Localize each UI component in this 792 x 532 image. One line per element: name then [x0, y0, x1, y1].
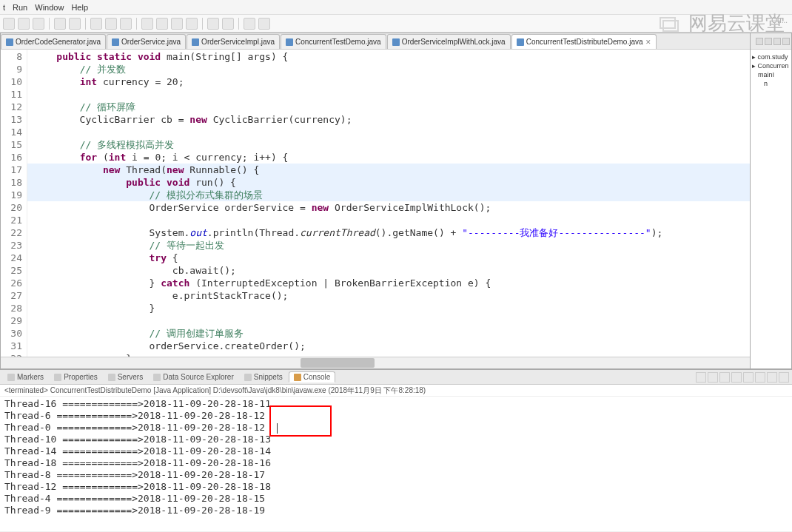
outline-item[interactable]: ▸ com.study [752, 53, 790, 61]
tool-button[interactable] [171, 18, 183, 30]
tab-icon [7, 374, 15, 381]
console-info: <terminated> ConcurrentTestDistributeDem… [0, 385, 792, 397]
outline-item[interactable]: n [752, 79, 790, 88]
debug-button[interactable] [54, 18, 66, 30]
main-area: OrderCodeGenerator.javaOrderService.java… [0, 33, 792, 369]
save-all-button[interactable] [33, 18, 44, 30]
console-toolbar-button[interactable] [743, 372, 754, 383]
tab-label: OrderServiceImpl.java [201, 38, 275, 46]
console-output[interactable]: Thread-16 =============>2018-11-09-20-28… [0, 397, 792, 531]
tool-button[interactable] [186, 18, 198, 30]
bottom-tab-servers[interactable]: Servers [104, 372, 147, 382]
console-toolbar-button[interactable] [755, 372, 765, 383]
forward-button[interactable] [258, 18, 270, 30]
outline-tree[interactable]: ▸ com.study▸ ConcurrenmainIn [751, 50, 791, 91]
console-toolbar-button[interactable] [767, 372, 777, 383]
editor-tabs: OrderCodeGenerator.javaOrderService.java… [1, 33, 750, 50]
outline-btn[interactable] [773, 38, 781, 45]
run-button[interactable] [69, 18, 81, 30]
console-line: Thread-14 =============>2018-11-09-20-28… [4, 445, 788, 457]
main-toolbar [0, 15, 792, 33]
console-line: Thread-4 =============>2018-11-09-20-28-… [4, 493, 788, 505]
editor-tab[interactable]: OrderCodeGenerator.java [1, 34, 106, 49]
menu-t[interactable]: t [3, 3, 5, 12]
bottom-tab-markers[interactable]: Markers [3, 372, 48, 382]
console-line: Thread-9 =============>2018-11-09-20-28-… [4, 505, 788, 516]
tab-label: ConcurrentTestDemo.java [295, 38, 381, 46]
editor-tab[interactable]: ConcurrentTestDistributeDemo.java✕ [511, 34, 657, 49]
new-button[interactable] [3, 18, 15, 30]
console-line: Thread-8 =============>2018-11-09-20-28-… [4, 469, 788, 481]
outline-toolbar [751, 33, 791, 50]
horizontal-scrollbar[interactable] [1, 357, 750, 368]
outline-item[interactable]: mainI [752, 70, 790, 79]
tab-label: Markers [17, 373, 44, 381]
console-line: Thread-16 =============>2018-11-09-20-28… [4, 398, 788, 410]
line-gutter: 8910111213141516171819202122232425262728… [1, 50, 27, 357]
java-file-icon [286, 38, 293, 46]
console-toolbar-button[interactable] [708, 372, 718, 383]
tool-button[interactable] [207, 18, 219, 30]
outline-panel: ▸ com.study▸ ConcurrenmainIn [751, 33, 792, 369]
tab-icon [294, 374, 301, 381]
console-toolbar-button[interactable] [779, 372, 789, 383]
tab-label: OrderService.java [121, 38, 181, 46]
bottom-tab-data-source-explorer[interactable]: Data Source Explorer [149, 372, 238, 382]
java-file-icon [6, 38, 13, 46]
java-file-icon [517, 38, 524, 46]
bottom-tab-snippets[interactable]: Snippets [240, 372, 287, 382]
tool-button[interactable] [141, 18, 153, 30]
java-file-icon [112, 38, 119, 46]
code-text[interactable]: public static void main(String[] args) {… [27, 50, 750, 357]
console-toolbar-button[interactable] [696, 372, 706, 383]
editor-tab[interactable]: OrderServiceImpl.java [187, 34, 280, 49]
console-toolbar-button[interactable] [719, 372, 730, 383]
save-button[interactable] [18, 18, 30, 30]
console-line: Thread-6 =============>2018-11-09-20-28-… [4, 410, 788, 422]
tab-label: Properties [64, 373, 98, 381]
tab-icon [244, 374, 252, 381]
editor-area: OrderCodeGenerator.javaOrderService.java… [0, 33, 751, 369]
console-line: Thread-12 =============>2018-11-09-20-28… [4, 481, 788, 493]
java-file-icon [392, 38, 400, 46]
tool-button[interactable] [90, 18, 102, 30]
menu-window[interactable]: Window [35, 3, 64, 12]
tab-icon [54, 374, 61, 381]
bottom-tabs: MarkersPropertiesServersData Source Expl… [0, 370, 792, 385]
quick-access[interactable]: Qu... [771, 16, 788, 24]
outline-btn[interactable] [782, 38, 790, 45]
scroll-thumb[interactable] [301, 358, 375, 368]
tab-label: Console [303, 373, 331, 381]
bottom-tab-console[interactable]: Console [289, 371, 336, 383]
editor-tab[interactable]: ConcurrentTestDemo.java [281, 34, 386, 49]
console-line: Thread-0 =============>2018-11-09-20-28-… [4, 422, 788, 434]
menu-run[interactable]: Run [13, 3, 27, 12]
tab-label: ConcurrentTestDistributeDemo.java [526, 38, 643, 46]
outline-btn[interactable] [765, 38, 772, 45]
tab-label: OrderCodeGenerator.java [16, 38, 101, 46]
console-toolbar-button[interactable] [731, 372, 742, 383]
console-line: Thread-18 =============>2018-11-09-20-28… [4, 457, 788, 469]
tab-label: Servers [118, 373, 143, 381]
tab-icon [108, 374, 115, 381]
tool-button[interactable] [156, 18, 168, 30]
close-icon[interactable]: ✕ [645, 38, 651, 46]
editor-tab[interactable]: OrderServiceImplWithLock.java [387, 34, 511, 49]
tool-button[interactable] [105, 18, 117, 30]
tab-icon [153, 374, 161, 381]
editor-tab[interactable]: OrderService.java [107, 34, 186, 49]
tab-label: Data Source Explorer [163, 373, 234, 381]
tool-button[interactable] [222, 18, 234, 30]
console-line: Thread-10 =============>2018-11-09-20-28… [4, 434, 788, 445]
menu-help[interactable]: Help [71, 3, 88, 12]
back-button[interactable] [244, 18, 255, 30]
tab-label: OrderServiceImplWithLock.java [402, 38, 506, 46]
outline-item[interactable]: ▸ Concurren [752, 61, 790, 70]
code-editor[interactable]: 8910111213141516171819202122232425262728… [1, 50, 750, 357]
tab-label: Snippets [254, 373, 283, 381]
outline-btn[interactable] [756, 38, 763, 45]
menu-bar: t Run Window Help [0, 0, 792, 15]
bottom-panel: MarkersPropertiesServersData Source Expl… [0, 369, 792, 531]
tool-button[interactable] [120, 18, 132, 30]
bottom-tab-properties[interactable]: Properties [50, 372, 102, 382]
